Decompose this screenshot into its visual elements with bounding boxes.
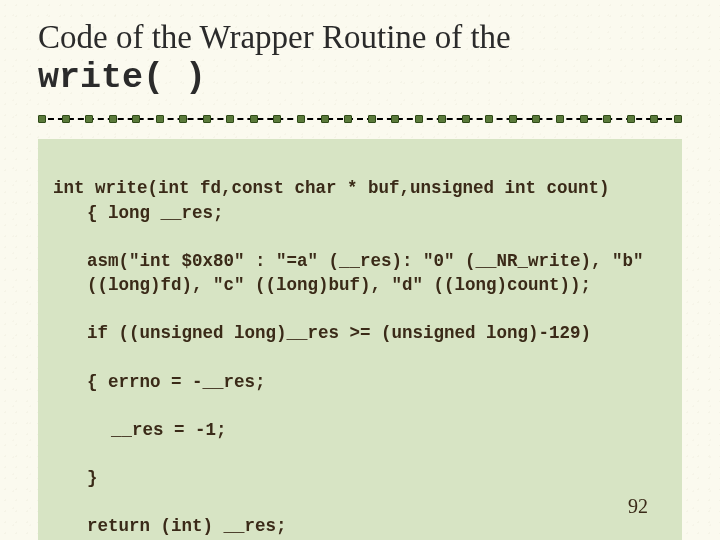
code-line: } — [53, 466, 667, 490]
code-line: { long __res; — [53, 201, 667, 225]
content-area: Code of the Wrapper Routine of the write… — [0, 0, 720, 540]
code-line: return (int) __res; — [53, 514, 667, 538]
code-line: if ((unsigned long)__res >= (unsigned lo… — [53, 321, 667, 345]
code-line: asm("int $0x80" : "=a" (__res): "0" (__N… — [53, 249, 667, 297]
separator-dashline — [38, 118, 682, 120]
code-line: int write(int fd,const char * buf,unsign… — [53, 178, 610, 198]
slide-number: 92 — [628, 495, 648, 518]
title-text: Code of the Wrapper Routine of the — [38, 19, 511, 55]
code-line: __res = -1; — [53, 418, 667, 442]
slide: Code of the Wrapper Routine of the write… — [0, 0, 720, 540]
code-line: { errno = -__res; — [53, 370, 667, 394]
slide-title: Code of the Wrapper Routine of the write… — [38, 18, 682, 99]
code-block: int write(int fd,const char * buf,unsign… — [38, 139, 682, 540]
title-function-name: write( ) — [38, 58, 206, 98]
title-separator — [38, 113, 682, 125]
